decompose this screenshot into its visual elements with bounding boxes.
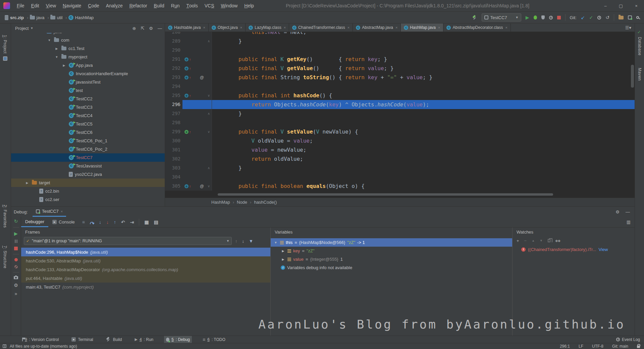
menu-item-analyze[interactable]: Analyze [103,3,126,8]
tree-row[interactable]: ?cc2.bin [11,187,165,195]
debugger-settings-gear-icon[interactable]: ⚙ [14,283,18,288]
menu-item-tools[interactable]: Tools [183,3,201,8]
hide-panel-icon[interactable]: — [626,209,630,214]
frame-up-icon[interactable]: ↑ [235,239,237,244]
code-line[interactable]: 301 value = newValue; [165,145,635,154]
code-line[interactable]: 289∧ } [165,37,635,46]
mute-breakpoints-button[interactable] [14,265,18,268]
tree-row[interactable]: CTestJavassist [11,162,165,170]
close-icon[interactable]: × [438,26,440,30]
tree-row[interactable]: CTestCC3 [11,103,165,111]
search-everywhere-icon[interactable] [636,16,639,19]
project-panel-title[interactable]: Project [15,26,29,31]
editor-tab-abstractmap-java[interactable]: CAbstractMap.java× [353,23,401,32]
tree-row[interactable]: CTestCC4 [11,111,165,120]
horizontal-scrollbar[interactable] [218,193,553,196]
chevron-right-icon[interactable]: ▶ [281,249,285,253]
drop-frame-icon[interactable]: ↶ [121,220,125,225]
chevron-right-icon[interactable]: ▶ [61,64,67,67]
show-watches-glasses-icon[interactable]: oo [555,239,560,243]
tree-row[interactable]: ▼myproject [11,53,165,61]
tree-row[interactable]: ▼java [11,33,165,36]
menu-item-navigate[interactable]: Navigate [59,3,85,8]
tree-row[interactable]: ▶cc1.Test [11,44,165,53]
tree-row[interactable]: ▶CApp.java [11,61,165,69]
evaluate-expression-icon[interactable]: ▦ [144,220,149,225]
run-configuration-select[interactable]: TestCC7 ▼ [482,13,521,21]
menu-item-help[interactable]: Help [241,3,257,8]
read-only-lock-icon[interactable] [637,346,640,348]
editor-tab-chainedtransformer-class[interactable]: CChainedTransformer.class× [289,23,353,32]
thread-selector[interactable]: ✓ "main"@1 in group "main": RUNNING ▼ [24,237,232,245]
vcs-update-icon[interactable]: ↙ [581,15,585,20]
view-breakpoints-button[interactable] [14,258,18,261]
code-line[interactable]: 296 return Objects.hashCode(key) ^ Objec… [165,100,635,109]
variable-row[interactable]: iVariables debug info not available [271,263,512,272]
code-line[interactable]: 298 [165,118,635,127]
remove-watch-icon[interactable]: − [524,238,527,243]
fold-toggle-icon[interactable]: ∨ [206,182,212,191]
tree-row[interactable]: Ctest [11,86,165,95]
tree-row[interactable]: Jyso2CC2.java [11,170,165,179]
view-link[interactable]: View [598,247,608,252]
close-icon[interactable]: × [203,26,205,30]
frame-row[interactable]: hashCode:530, AbstractMap (java.util) [21,256,270,265]
tree-row[interactable]: CTestCC2 [11,95,165,103]
stop-button[interactable] [14,247,18,250]
run-anything-icon[interactable] [628,15,632,19]
toolwindow-button-todo[interactable]: ≡6: TODO [201,336,227,343]
rollback-icon[interactable]: ↺ [605,15,609,20]
menu-item-refactor[interactable]: Refactor [126,3,151,8]
toolwindow-button-database[interactable]: Database [637,37,642,55]
gear-icon[interactable]: ⚙ [149,26,153,31]
tree-row[interactable]: CjavassistTest [11,78,165,86]
step-out-icon[interactable]: ↑ [114,220,116,225]
move-up-icon[interactable]: ▲ [532,239,535,242]
code-line[interactable]: 291o↑ public final K getKey() { return k… [165,55,635,64]
override-method-icon[interactable]: o [184,66,189,70]
open-folder-icon[interactable] [619,16,624,19]
frame-down-icon[interactable]: ↓ [242,239,245,244]
close-button[interactable]: × [629,0,644,11]
code-line[interactable]: 288 this.next = next; [165,32,635,37]
menu-item-run[interactable]: Run [168,3,183,8]
step-into-icon[interactable]: ↓ [99,220,101,225]
close-icon[interactable]: × [240,26,242,30]
run-button[interactable]: ▶ [526,15,529,20]
breadcrumb-item[interactable]: CHashMap [68,15,94,20]
thread-dump-camera-icon[interactable] [14,276,18,279]
close-icon[interactable]: × [61,209,63,213]
git-branch-indicator[interactable]: Git: main [612,344,628,349]
breadcrumb-item[interactable]: src.zip› [5,15,29,20]
menu-item-view[interactable]: View [43,3,59,8]
debug-session-tab[interactable]: TestCC7 × [33,207,66,217]
toolwindow-button-terminal[interactable]: ▸Terminal [69,336,95,343]
vcs-commit-icon[interactable]: ✓ [589,15,593,20]
profiler-icon[interactable] [549,16,553,19]
tree-row[interactable]: CTestCC6_Poc_2 [11,145,165,153]
hide-panel-icon[interactable]: — [158,26,162,31]
debug-button[interactable] [534,15,537,19]
frame-row[interactable]: put:464, Hashtable (java.util) [21,274,270,283]
stop-button[interactable] [557,16,561,19]
fold-toggle-icon[interactable]: ∨ [206,91,212,100]
pause-button[interactable] [15,240,17,243]
override-method-icon[interactable]: o [184,76,189,80]
vertical-scrollbar[interactable] [631,65,634,88]
editor-tab-abstractmapdecorator-class[interactable]: CAbstractMapDecorator.class× [443,23,511,32]
code-line[interactable]: 293o↑@ public final String toString() { … [165,73,635,82]
close-icon[interactable]: × [395,26,397,30]
filter-funnel-icon[interactable]: ▼ [249,239,253,244]
toolwindow-button-project[interactable]: 1: Project [3,35,7,54]
code-line[interactable]: 305o↑@∨ public final boolean equals(Obje… [165,182,635,191]
breadcrumb-item[interactable]: Node [237,200,247,205]
chevron-down-icon[interactable]: ▼ [54,55,59,59]
step-over-icon[interactable] [90,222,94,224]
history-clock-icon[interactable] [597,16,601,19]
close-icon[interactable]: × [284,26,286,30]
menu-item-vcs[interactable]: VCS [201,3,218,8]
tree-row[interactable]: CTestCC7 [11,153,165,162]
override-method-icon[interactable]: o [184,184,189,188]
menu-item-build[interactable]: Build [151,3,168,8]
toolwindow-button-run[interactable]: ▶4: Run [132,336,155,343]
